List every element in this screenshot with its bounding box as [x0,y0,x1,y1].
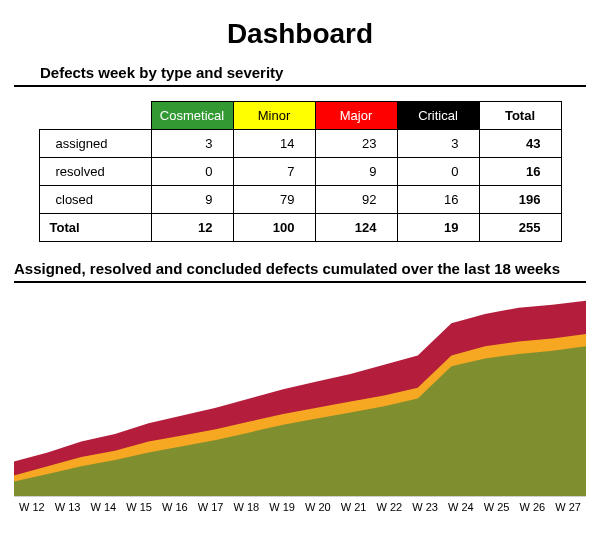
area-chart: W 12W 13W 14W 15W 16W 17W 18W 19W 20W 21… [14,297,586,517]
cell: 100 [233,214,315,242]
x-tick-label: W 19 [264,497,300,517]
col-critical: Critical [397,102,479,130]
table-row: assigned 3 14 23 3 43 [39,130,561,158]
cell: 0 [151,158,233,186]
table-heading: Defects week by type and severity [40,64,586,81]
x-tick-label: W 20 [300,497,336,517]
cell: 9 [151,186,233,214]
table-row: resolved 0 7 9 0 16 [39,158,561,186]
x-tick-label: W 13 [50,497,86,517]
cell: 3 [151,130,233,158]
cell-total: 255 [479,214,561,242]
table-corner [39,102,151,130]
cell: 0 [397,158,479,186]
x-tick-label: W 26 [515,497,551,517]
cell: 9 [315,158,397,186]
chart-canvas [14,297,586,497]
row-label: assigned [39,130,151,158]
cell: 19 [397,214,479,242]
col-major: Major [315,102,397,130]
cell: 12 [151,214,233,242]
row-label: closed [39,186,151,214]
page-title: Dashboard [14,18,586,50]
x-tick-label: W 24 [443,497,479,517]
x-tick-label: W 14 [86,497,122,517]
row-label: Total [39,214,151,242]
x-tick-label: W 25 [479,497,515,517]
defects-table: Cosmetical Minor Major Critical Total as… [39,101,562,242]
x-tick-label: W 18 [229,497,265,517]
col-minor: Minor [233,102,315,130]
cell-total: 16 [479,158,561,186]
cell: 124 [315,214,397,242]
x-tick-label: W 23 [407,497,443,517]
chart-x-axis: W 12W 13W 14W 15W 16W 17W 18W 19W 20W 21… [14,497,586,517]
col-total: Total [479,102,561,130]
x-tick-label: W 22 [372,497,408,517]
cell: 79 [233,186,315,214]
divider [14,85,586,87]
col-cosmetical: Cosmetical [151,102,233,130]
cell: 16 [397,186,479,214]
x-tick-label: W 16 [157,497,193,517]
divider [14,281,586,283]
cell: 14 [233,130,315,158]
cell-total: 196 [479,186,561,214]
x-tick-label: W 17 [193,497,229,517]
cell-total: 43 [479,130,561,158]
cell: 92 [315,186,397,214]
chart-heading: Assigned, resolved and concluded defects… [14,260,586,277]
table-row-total: Total 12 100 124 19 255 [39,214,561,242]
x-tick-label: W 12 [14,497,50,517]
x-tick-label: W 21 [336,497,372,517]
table-row: closed 9 79 92 16 196 [39,186,561,214]
cell: 23 [315,130,397,158]
x-tick-label: W 15 [121,497,157,517]
cell: 3 [397,130,479,158]
row-label: resolved [39,158,151,186]
cell: 7 [233,158,315,186]
x-tick-label: W 27 [550,497,586,517]
